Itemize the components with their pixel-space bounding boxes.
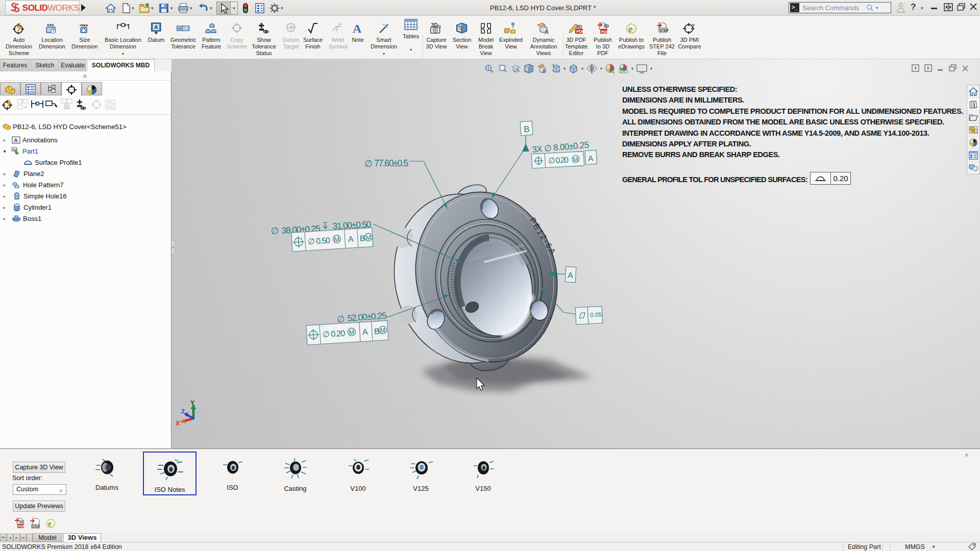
svg-text:PDF: PDF [18,524,25,528]
svg-text:M: M [573,156,579,163]
svg-text:e: e [628,23,632,34]
svg-text:A: A [587,154,594,163]
svg-text:Z: Z [181,408,185,414]
svg-text:A: A [545,29,549,35]
svg-text:A: A [567,271,573,280]
svg-text:PDF: PDF [576,29,584,34]
svg-text:AT: AT [289,25,295,30]
svg-text:xxx: xxx [81,23,88,28]
svg-text:A: A [353,22,362,35]
svg-text:3D: 3D [576,24,582,29]
svg-text:∅ 0.20: ∅ 0.20 [323,329,346,339]
svg-text:e: e [48,519,52,528]
svg-text:∅: ∅ [364,159,373,169]
svg-text:A: A [154,24,158,30]
svg-text:?: ? [691,23,695,29]
svg-text:A: A [14,137,18,143]
svg-text:0.05: 0.05 [590,311,602,318]
svg-text:STEP: STEP [32,525,40,528]
svg-text:xxx: xxx [47,22,54,27]
svg-text:∅ 0.20: ∅ 0.20 [548,155,569,165]
svg-text:PDF: PDF [601,30,608,34]
svg-text:STEP: STEP [659,29,669,32]
svg-text:0.3: 0.3 [184,27,189,30]
svg-text:X: X [176,420,180,427]
svg-text:∅ 0.50: ∅ 0.50 [307,236,330,246]
svg-text:3D: 3D [603,23,609,29]
svg-text:A: A [348,235,354,244]
svg-text:M: M [380,327,386,335]
svg-text:M: M [365,234,372,242]
svg-text:A: A [362,328,368,337]
svg-text:∅: ∅ [271,226,279,236]
svg-text:77.60±0.5: 77.60±0.5 [374,158,408,168]
svg-text:M: M [349,328,355,336]
svg-text:Y: Y [190,399,194,407]
svg-text:⊞⊟: ⊞⊟ [12,148,17,151]
svg-text:3D: 3D [19,520,23,523]
svg-text:∅: ∅ [336,314,345,324]
svg-text:M: M [334,235,340,243]
svg-text:B: B [524,124,530,135]
